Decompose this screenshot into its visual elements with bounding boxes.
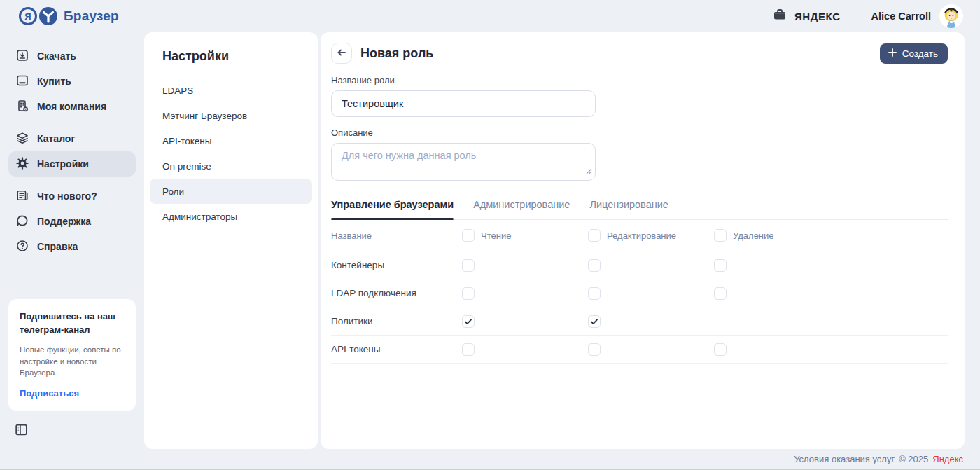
back-button[interactable] (331, 43, 352, 64)
column-header-label: Чтение (481, 230, 511, 241)
org-switcher[interactable]: ЯНДЕКС (772, 7, 841, 25)
column-header: Редактирование (588, 229, 714, 242)
tab-active[interactable]: Управление браузерами (331, 199, 454, 219)
top-header: Я Браузер ЯНДЕКС (0, 0, 980, 32)
download-icon (15, 48, 29, 64)
create-button-label: Создать (902, 48, 938, 59)
permissions-table: НазваниеЧтениеРедактированиеУдалениеКонт… (331, 220, 948, 364)
sidebar-item-label: Каталог (37, 133, 75, 144)
checkbox[interactable] (462, 343, 475, 356)
checkbox[interactable] (714, 287, 727, 300)
sidebar-item-support[interactable]: Поддержка (8, 209, 136, 234)
column-header-label: Редактирование (607, 230, 676, 241)
page: Я Браузер ЯНДЕКС (0, 0, 980, 469)
checkbox-cell (462, 343, 588, 356)
sidebar-item-label: Купить (37, 76, 71, 87)
checkbox-checked[interactable] (588, 315, 601, 328)
sidebar-item-help[interactable]: Справка (8, 234, 136, 259)
checkbox[interactable] (462, 287, 475, 300)
sidebar-item-label: Скачать (37, 50, 76, 62)
checkbox[interactable] (588, 259, 601, 272)
sidebar-item-label: Справка (37, 241, 78, 252)
briefcase-icon (772, 7, 788, 25)
checkbox[interactable] (462, 229, 475, 242)
checkbox[interactable] (714, 343, 727, 356)
sidebar-item-gear[interactable]: Настройки (8, 151, 136, 177)
support-icon (15, 214, 29, 230)
table-row: LDAP подключения (331, 279, 948, 307)
sidebar-nav: СкачатьКупитьМоя компанияКаталогНастройк… (8, 43, 136, 266)
sidebar-item-label: Настройки (37, 158, 89, 170)
checkbox-cell (714, 259, 948, 272)
permission-tabs: Управление браузерамиАдминистрированиеЛи… (331, 199, 948, 220)
create-button[interactable]: Создать (880, 43, 948, 64)
sidebar-item-download[interactable]: Скачать (8, 43, 136, 69)
yandex-browser-logo-icon: Я (18, 6, 58, 26)
collapse-sidebar-icon[interactable] (14, 427, 29, 439)
row-name: API-токены (331, 344, 462, 354)
settings-nav-item[interactable]: API-токены (150, 128, 312, 153)
description-textarea[interactable] (331, 143, 596, 181)
checkbox-cell (588, 287, 714, 300)
checkbox-cell (588, 343, 714, 356)
role-editor-panel: Новая роль Создать Название роли Опи (321, 32, 965, 449)
checkbox-checked[interactable] (462, 315, 475, 328)
checkbox-cell (462, 287, 588, 300)
user-name: Alice Carroll (872, 11, 931, 22)
settings-nav-panel: Настройки LDAPSМэтчинг БраузеровAPI-токе… (144, 32, 318, 449)
role-name-input[interactable] (331, 90, 596, 117)
svg-text:Я: Я (24, 11, 31, 22)
gear-icon (15, 156, 29, 172)
settings-nav-item[interactable]: On premise (150, 153, 312, 179)
column-header: Чтение (462, 229, 588, 242)
settings-nav-item[interactable]: Мэтчинг Браузеров (150, 103, 312, 128)
app-logo-label: Браузер (64, 8, 119, 24)
checkbox[interactable] (588, 287, 601, 300)
avatar[interactable] (939, 4, 963, 28)
user-menu[interactable]: Alice Carroll (872, 4, 963, 28)
checkbox-cell (714, 287, 948, 300)
settings-nav-item[interactable]: Роли (150, 179, 312, 204)
sidebar-item-catalog[interactable]: Каталог (8, 126, 136, 151)
company-icon (15, 99, 29, 115)
footer: Условия оказания услуг © 2025 Яндекс (0, 449, 980, 469)
sidebar-item-label: Поддержка (37, 216, 91, 227)
settings-nav-list: LDAPSМэтчинг БраузеровAPI-токеныOn premi… (150, 78, 312, 229)
column-header-name: Название (331, 230, 462, 241)
telegram-promo-card: Подпишитесь на наш телеграм-канал Новые … (8, 299, 136, 411)
sidebar-group: Что нового?ПоддержкаСправка (8, 184, 136, 259)
terms-link[interactable]: Условия оказания услуг (794, 454, 895, 464)
checkbox[interactable] (588, 229, 601, 242)
sidebar-item-news[interactable]: Что нового? (8, 184, 136, 209)
column-header-label: Название (331, 230, 372, 241)
description-label: Описание (331, 127, 948, 138)
subscribe-link[interactable]: Подписаться (20, 388, 79, 399)
sidebar-item-label: Моя компания (37, 101, 106, 112)
checkbox[interactable] (714, 229, 727, 242)
yandex-brand-link[interactable]: Яндекс (932, 454, 963, 464)
news-icon (15, 188, 29, 205)
copyright-text: © 2025 (899, 454, 928, 464)
app-logo[interactable]: Я Браузер (18, 6, 119, 26)
settings-panel-title: Настройки (150, 49, 312, 64)
sidebar-item-company[interactable]: Моя компания (8, 94, 136, 119)
promo-body: Новые функции, советы по настройке и нов… (20, 344, 125, 379)
sidebar-group: СкачатьКупитьМоя компания (8, 43, 136, 119)
column-header: Удаление (714, 229, 948, 242)
table-row: Контейнеры (331, 251, 948, 279)
checkbox[interactable] (714, 259, 727, 272)
checkbox-cell (462, 315, 588, 328)
row-name: Политики (331, 316, 462, 326)
checkbox[interactable] (462, 259, 475, 272)
checkbox-cell (714, 343, 948, 356)
org-label: ЯНДЕКС (794, 11, 841, 22)
checkbox-cell (588, 259, 714, 272)
tab-item[interactable]: Лицензирование (589, 199, 668, 219)
sidebar-item-purchase[interactable]: Купить (8, 69, 136, 94)
promo-title: Подпишитесь на наш телеграм-канал (20, 310, 125, 337)
tab-item[interactable]: Администрирование (473, 199, 570, 219)
sidebar-group: КаталогНастройки (8, 126, 136, 177)
settings-nav-item[interactable]: Администраторы (150, 204, 312, 229)
checkbox[interactable] (588, 343, 601, 356)
settings-nav-item[interactable]: LDAPS (150, 78, 312, 103)
